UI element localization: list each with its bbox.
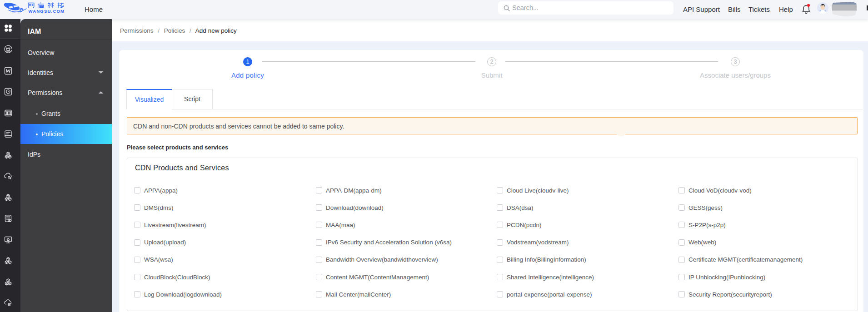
svg-text:WANGSU.COM: WANGSU.COM: [29, 9, 65, 14]
